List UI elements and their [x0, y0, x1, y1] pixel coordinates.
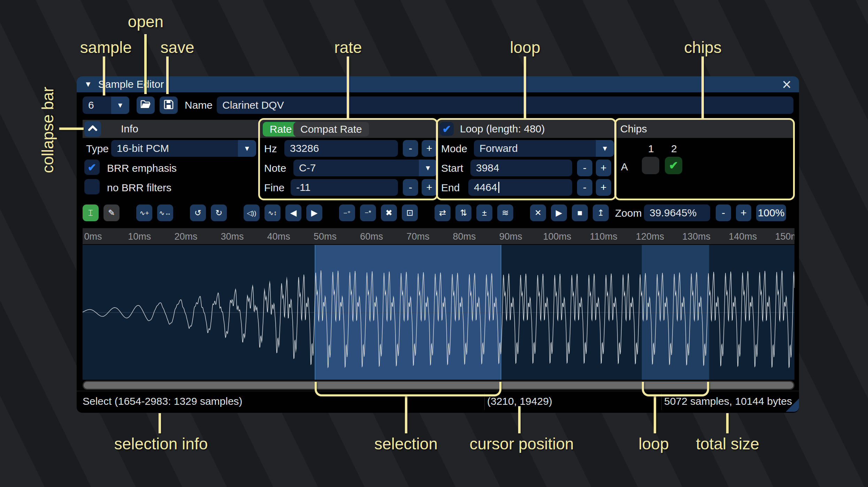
annotation-line-selection	[405, 396, 407, 433]
save-sample-button[interactable]	[160, 96, 178, 114]
info-header-label: Info	[121, 123, 138, 135]
ruler-label: 40ms	[267, 231, 290, 242]
toolbar-gap	[327, 211, 334, 215]
trim-button[interactable]: ⊡	[402, 204, 418, 221]
annotation-bracket-selection	[315, 382, 501, 396]
edit-mode-select-button[interactable]: ⌶	[83, 204, 99, 221]
annotation-line-rate	[347, 56, 349, 118]
annotation-collapse-bar: collapse bar	[38, 87, 57, 173]
annotation-loop-top: loop	[510, 38, 540, 57]
no-brr-filters-label: no BRR filters	[107, 182, 171, 194]
annotation-sample: sample	[80, 38, 132, 57]
close-icon[interactable]: ×	[782, 77, 791, 91]
floppy-disk-icon	[164, 100, 174, 111]
sample-name-input[interactable]: Clarinet DQV	[217, 96, 793, 114]
background: ▼ Sample Editor × 6 ▼ Name Clarinet DQV …	[0, 0, 868, 487]
annotation-line-collapse-bar	[59, 127, 84, 130]
ruler-label: 150ms	[775, 231, 794, 242]
ruler-label: 20ms	[174, 231, 197, 242]
annotation-rate: rate	[334, 38, 362, 57]
invert-button[interactable]: ⇅	[455, 204, 471, 221]
annotation-line-total-size	[726, 413, 729, 433]
annotation-line-save	[166, 56, 169, 94]
fade-in-button[interactable]: ◀	[285, 204, 301, 221]
apply-silence-button[interactable]: −*	[360, 204, 376, 221]
edit-mode-draw-button[interactable]: ✎	[103, 204, 120, 221]
annotation-selection: selection	[374, 434, 438, 453]
timeline-ruler: 0ms10ms20ms30ms40ms50ms60ms70ms80ms90ms1…	[83, 228, 794, 244]
ruler-label: 50ms	[314, 231, 337, 242]
info-panel: Info Type 16-bit PCM ▼ ✔ BRR emphasis no…	[83, 120, 259, 199]
toolbar-gap	[232, 211, 239, 215]
waveform-area[interactable]	[83, 245, 794, 380]
undo-button[interactable]: ↺	[190, 204, 206, 221]
annotation-line-cursor-position	[518, 406, 521, 433]
stop-preview-button[interactable]: ■	[572, 204, 588, 221]
no-brr-filters-checkbox[interactable]	[84, 179, 100, 194]
type-value: 16-bit PCM	[111, 142, 238, 154]
type-label: Type	[86, 143, 109, 155]
check-icon: ✔	[87, 161, 96, 173]
status-cursor-position: (3210, 19429)	[487, 395, 552, 407]
annotation-total-size: total size	[696, 434, 759, 453]
ruler-label: 10ms	[128, 231, 151, 242]
window-collapse-icon[interactable]: ▼	[84, 80, 92, 89]
amplify-button[interactable]: ◁))	[244, 204, 260, 221]
annotation-chips: chips	[684, 38, 721, 57]
annotation-save: save	[160, 38, 194, 57]
chevron-down-icon[interactable]: ▼	[238, 140, 256, 157]
sample-slot-value: 6	[83, 99, 111, 111]
brr-emphasis-checkbox[interactable]: ✔	[84, 160, 100, 175]
zoom-minus-button[interactable]: -	[716, 204, 731, 221]
status-selection-info: Select (1654-2983: 1329 samples)	[83, 395, 243, 407]
preview-button[interactable]: ▶	[551, 204, 567, 221]
ruler-label: 80ms	[453, 231, 476, 242]
ruler-label: 30ms	[221, 231, 244, 242]
type-combo[interactable]: 16-bit PCM ▼	[111, 140, 256, 157]
annotation-line-loop-bottom	[654, 396, 656, 433]
ruler-label: 130ms	[682, 231, 710, 242]
resize-button[interactable]: ∿+	[136, 204, 152, 221]
name-label: Name	[185, 99, 213, 111]
export-button[interactable]: ↥	[593, 204, 609, 221]
window-titlebar[interactable]: ▼ Sample Editor ×	[77, 76, 799, 92]
toolbar-gap	[423, 211, 430, 215]
annotation-line-sample	[103, 56, 105, 95]
redo-button[interactable]: ↻	[211, 204, 227, 221]
ruler-label: 100ms	[543, 231, 571, 242]
sample-slot-combo[interactable]: 6 ▼	[83, 96, 129, 114]
annotation-line-selection-info	[159, 413, 161, 433]
waveform-canvas[interactable]	[83, 245, 794, 380]
crossfade-button[interactable]: ✕	[530, 204, 546, 221]
ruler-label: 140ms	[729, 231, 757, 242]
annotation-cursor-position: cursor position	[469, 434, 574, 453]
zoom-reset-button[interactable]: 100%	[756, 204, 786, 221]
chevron-up-icon	[88, 125, 98, 133]
zoom-value: 39.9645%	[650, 207, 697, 219]
ruler-label: 60ms	[360, 231, 383, 242]
filter-button[interactable]: ≋	[497, 204, 513, 221]
resample-button[interactable]: ∿↔	[157, 204, 173, 221]
info-panel-header: Info	[83, 120, 259, 138]
annotation-box-chips	[614, 118, 795, 200]
folder-open-icon	[140, 100, 151, 110]
annotation-box-rate	[258, 118, 438, 200]
insert-silence-button[interactable]: −⁺	[339, 204, 355, 221]
annotation-line-loop-top	[524, 56, 526, 118]
annotation-bracket-loop	[642, 382, 709, 396]
zoom-plus-button[interactable]: +	[736, 204, 751, 221]
annotation-open: open	[128, 12, 163, 31]
collapse-bar-button[interactable]	[84, 121, 101, 137]
chevron-down-icon[interactable]: ▼	[111, 96, 129, 114]
fade-out-button[interactable]: ▶	[306, 204, 322, 221]
normalize-button[interactable]: ∿↕	[264, 204, 281, 221]
toolbar-gap	[124, 211, 131, 215]
reverse-button[interactable]: ⇄	[435, 204, 451, 221]
open-sample-button[interactable]	[137, 96, 155, 114]
sign-button[interactable]: ±	[476, 204, 492, 221]
ruler-label: 70ms	[406, 231, 429, 242]
status-total-size: 5072 samples, 10144 bytes	[664, 395, 792, 407]
delete-button[interactable]: ✖	[381, 204, 397, 221]
zoom-input[interactable]: 39.9645%	[644, 204, 710, 221]
annotation-line-chips	[701, 56, 704, 118]
